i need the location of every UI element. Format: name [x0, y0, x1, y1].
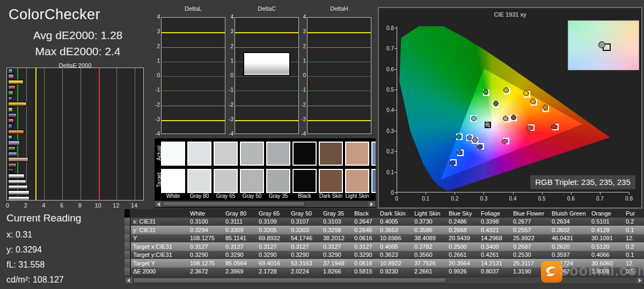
delta-e-bar: [8, 180, 26, 184]
row-stub[interactable]: [125, 218, 131, 226]
delta-e-bar: [8, 140, 20, 145]
row-stub[interactable]: [125, 226, 131, 234]
swatch-target[interactable]: [371, 169, 376, 193]
swatch-label: White: [160, 193, 186, 199]
table-cell: 0.2687: [511, 243, 550, 250]
row-stub[interactable]: [125, 259, 131, 268]
swatch-actual[interactable]: [161, 142, 185, 166]
swatch-actual[interactable]: [345, 142, 369, 166]
swatch-actual[interactable]: [266, 142, 290, 166]
swatch-actual[interactable]: [292, 142, 317, 166]
x-tick-label: 0.7: [594, 196, 606, 202]
scroll-right-icon[interactable]: [368, 201, 375, 207]
swatch-actual[interactable]: [187, 142, 211, 166]
table-scrollbar-thumb[interactable]: [134, 278, 446, 283]
swatch-actual[interactable]: [371, 142, 376, 166]
grid-line: [44, 68, 45, 200]
swatch-target[interactable]: [240, 169, 264, 193]
page-title: ColorChecker: [9, 6, 159, 23]
grid-line: [116, 68, 117, 200]
swatch-actual[interactable]: [319, 142, 343, 166]
swatch-scrollbar[interactable]: [155, 201, 376, 208]
delta-e-bar: [8, 85, 16, 90]
delta-e-bar: [8, 185, 28, 190]
x-tick: [571, 192, 572, 195]
y-tick-label: 2: [226, 43, 233, 49]
x-tick: [426, 192, 426, 195]
row-stub[interactable]: [125, 242, 131, 251]
delta-e-bar: [8, 91, 13, 95]
row-stub[interactable]: [125, 251, 131, 260]
table-cell: 0.4321: [479, 227, 511, 233]
delta-e-bar: [8, 124, 12, 129]
y-tick-label: 3: [299, 28, 306, 34]
table-cell: 0.3303: [289, 227, 321, 233]
y-tick-label: -4: [226, 131, 233, 137]
swatch-target[interactable]: [319, 169, 343, 193]
table-cell: 0.3653: [378, 227, 412, 233]
swatch-target[interactable]: [214, 169, 238, 193]
scroll-left-icon[interactable]: [125, 277, 132, 284]
delta-e-bar: [8, 196, 30, 201]
y-tick-label: 0: [299, 72, 306, 78]
table-cell: 0.3398: [479, 218, 511, 225]
delta-e-bar: [8, 97, 12, 101]
delta-e-bar: [8, 113, 17, 118]
reference-line: [35, 68, 36, 200]
y-tick-label: 4: [299, 14, 306, 20]
table-cell: 0.3298: [321, 227, 352, 233]
table-cell: 0.3602: [550, 227, 589, 233]
table-cell: 0.3730: [412, 218, 447, 225]
row-stub[interactable]: [125, 268, 131, 276]
delta-e-bar: [8, 74, 14, 79]
table-cell: 0.3127: [257, 243, 289, 250]
y-tick-label: -3: [226, 116, 233, 122]
swatch-target[interactable]: [345, 169, 369, 193]
scroll-left-icon[interactable]: [155, 201, 162, 207]
delta-e-bar: [8, 163, 17, 168]
swatch-scrollbar-thumb[interactable]: [163, 202, 305, 206]
table-cell: 0.2530: [511, 251, 550, 258]
table-cell: 69.8932: [257, 235, 289, 241]
table-cell: 0.2647: [352, 218, 378, 225]
table-cell: 0.2646: [352, 227, 378, 233]
table-cell: 37.1948: [321, 260, 352, 266]
table-cell: 0.9926: [447, 268, 479, 275]
delta-e-bar: [8, 69, 13, 73]
table-cell: 10.6986: [378, 235, 412, 241]
table-cell: 0.8037: [479, 268, 511, 275]
table-cell: 0.2: [624, 243, 644, 250]
table-cell: 46.0431: [550, 235, 589, 241]
swatch-target[interactable]: [161, 169, 185, 193]
table-cell: 1.8266: [321, 268, 352, 275]
row-stub[interactable]: [125, 234, 131, 243]
swatch-actual[interactable]: [240, 142, 264, 166]
table-cell: 0.3782: [412, 243, 447, 250]
y-tick: [394, 90, 397, 90]
table-cell: 30.1091: [589, 235, 624, 241]
swatch-target[interactable]: [266, 169, 290, 193]
y-tick-label: 3: [226, 28, 233, 34]
column-header: Gray 65: [257, 210, 289, 217]
y-tick: [394, 131, 397, 131]
x-tick-label: 0: [3, 202, 12, 209]
table-cell: 0.4005: [378, 218, 412, 225]
column-header: Blue Flower: [511, 210, 550, 217]
swatch-actual[interactable]: [214, 142, 238, 166]
chart-plot: [235, 17, 299, 134]
table-cell: 0.3290: [321, 251, 352, 258]
table-cell: 0.1: [624, 227, 644, 233]
y-tick-label: 0: [153, 72, 160, 78]
swatch-panel: ActualTargetWhiteGray 80Gray 65Gray 50Gr…: [155, 138, 376, 208]
x-tick-label: 6: [57, 202, 66, 209]
grid-line: [162, 62, 225, 62]
x-tick: [600, 192, 601, 195]
swatch-target[interactable]: [292, 169, 317, 193]
table-cell: 0.3103: [321, 218, 352, 225]
grid-line: [135, 68, 135, 200]
table-cell: 0.4128: [589, 227, 624, 233]
grid-line: [308, 62, 371, 62]
current-reading-fl: fL: 31.558: [6, 260, 45, 270]
y-tick-label: 0.3: [382, 128, 394, 134]
swatch-target[interactable]: [187, 169, 211, 193]
